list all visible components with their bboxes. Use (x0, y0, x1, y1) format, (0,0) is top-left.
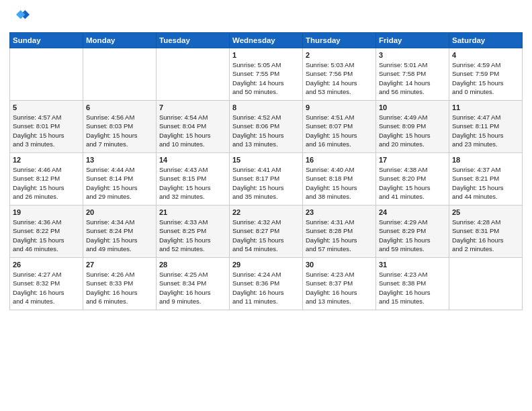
day-info-line: Daylight: 15 hours (13, 183, 80, 192)
calendar-cell: 9Sunrise: 4:51 AMSunset: 8:07 PMDaylight… (303, 101, 376, 153)
calendar-cell: 5Sunrise: 4:57 AMSunset: 8:01 PMDaylight… (10, 101, 83, 153)
day-info-line: Sunrise: 5:05 AM (232, 60, 300, 69)
header-day-monday: Monday (83, 33, 157, 48)
day-info-line: Daylight: 15 hours (379, 236, 446, 244)
header (9, 7, 523, 27)
day-info-line: Daylight: 15 hours (306, 236, 373, 244)
day-info-line: Daylight: 15 hours (232, 183, 300, 192)
day-info-line: Sunrise: 4:34 AM (86, 218, 153, 226)
calendar-header-row: SundayMondayTuesdayWednesdayThursdayFrid… (10, 33, 523, 48)
calendar-cell: 21Sunrise: 4:33 AMSunset: 8:25 PMDayligh… (157, 205, 230, 258)
calendar-cell (10, 48, 83, 101)
day-info-line: Sunset: 7:58 PM (379, 69, 446, 78)
day-info-line: and 20 minutes. (379, 140, 446, 148)
day-info-line: and 4 minutes. (13, 297, 80, 306)
day-info-line: Daylight: 15 hours (379, 183, 446, 192)
calendar-cell: 18Sunrise: 4:37 AMSunset: 8:21 PMDayligh… (449, 153, 523, 205)
day-info-line: Sunset: 8:27 PM (232, 226, 300, 235)
day-info-line: Daylight: 15 hours (379, 131, 446, 140)
day-info-line: Sunrise: 4:49 AM (379, 113, 446, 122)
day-info-line: and 11 minutes. (232, 297, 300, 306)
calendar-cell: 12Sunrise: 4:46 AMSunset: 8:12 PMDayligh… (10, 153, 83, 205)
calendar-cell: 29Sunrise: 4:24 AMSunset: 8:36 PMDayligh… (230, 258, 303, 310)
day-info-line: Sunrise: 4:23 AM (379, 270, 446, 279)
calendar-cell: 25Sunrise: 4:28 AMSunset: 8:31 PMDayligh… (449, 205, 523, 258)
day-info-line: Sunrise: 4:23 AM (306, 270, 373, 279)
day-number: 3 (379, 51, 446, 59)
header-day-tuesday: Tuesday (157, 33, 230, 48)
calendar-cell: 28Sunrise: 4:25 AMSunset: 8:34 PMDayligh… (157, 258, 230, 310)
day-info-line: Sunrise: 4:51 AM (306, 113, 373, 122)
calendar-week-row: 5Sunrise: 4:57 AMSunset: 8:01 PMDaylight… (10, 101, 523, 153)
day-info-line: Sunset: 8:24 PM (86, 226, 153, 235)
day-info-line: Sunrise: 4:40 AM (306, 165, 373, 174)
day-info-line: Sunrise: 4:29 AM (379, 218, 446, 226)
day-number: 8 (232, 103, 300, 111)
logo (9, 7, 32, 27)
generalblue-icon (9, 7, 30, 27)
day-info-line: Sunrise: 4:33 AM (159, 218, 226, 226)
day-info-line: Daylight: 16 hours (306, 288, 373, 297)
day-number: 29 (232, 261, 300, 269)
day-number: 17 (379, 156, 446, 164)
day-info-line: and 56 minutes. (379, 87, 446, 96)
day-info-line: Sunset: 8:33 PM (86, 279, 153, 287)
day-number: 7 (159, 103, 226, 111)
day-number: 4 (452, 51, 519, 59)
day-info-line: Sunset: 8:11 PM (452, 122, 519, 130)
day-info-line: Daylight: 15 hours (13, 236, 80, 244)
day-info-line: Daylight: 15 hours (86, 236, 153, 244)
day-info-line: and 3 minutes. (13, 140, 80, 148)
calendar-cell: 14Sunrise: 4:43 AMSunset: 8:15 PMDayligh… (157, 153, 230, 205)
day-info-line: and 23 minutes. (452, 140, 519, 148)
day-info-line: Daylight: 15 hours (159, 236, 226, 244)
day-info-line: and 50 minutes. (232, 87, 300, 96)
day-info-line: Sunrise: 4:27 AM (13, 270, 80, 279)
day-info-line: Sunset: 8:03 PM (86, 122, 153, 130)
day-info-line: and 29 minutes. (86, 192, 153, 201)
day-info-line: Sunset: 8:17 PM (232, 174, 300, 183)
day-info-line: Daylight: 15 hours (13, 131, 80, 140)
calendar-cell: 24Sunrise: 4:29 AMSunset: 8:29 PMDayligh… (376, 205, 449, 258)
day-info-line: and 10 minutes. (159, 140, 226, 148)
day-info-line: Daylight: 15 hours (452, 79, 519, 87)
day-info-line: Sunrise: 4:24 AM (232, 270, 300, 279)
day-number: 1 (232, 51, 300, 59)
calendar-week-row: 26Sunrise: 4:27 AMSunset: 8:32 PMDayligh… (10, 258, 523, 310)
day-info-line: and 57 minutes. (306, 244, 373, 253)
header-day-sunday: Sunday (10, 33, 83, 48)
day-info-line: Daylight: 14 hours (379, 79, 446, 87)
day-number: 22 (232, 208, 300, 216)
day-number: 9 (306, 103, 373, 111)
day-info-line: and 6 minutes. (86, 297, 153, 306)
day-info-line: Sunset: 8:25 PM (159, 226, 226, 235)
day-info-line: Sunset: 8:29 PM (379, 226, 446, 235)
day-number: 14 (159, 156, 226, 164)
day-info-line: Sunrise: 4:25 AM (159, 270, 226, 279)
day-info-line: and 7 minutes. (86, 140, 153, 148)
calendar-cell: 1Sunrise: 5:05 AMSunset: 7:55 PMDaylight… (230, 48, 303, 101)
day-info-line: and 15 minutes. (379, 297, 446, 306)
day-info-line: Sunrise: 4:56 AM (86, 113, 153, 122)
day-info-line: Daylight: 15 hours (86, 131, 153, 140)
day-number: 12 (13, 156, 80, 164)
day-info-line: and 35 minutes. (232, 192, 300, 201)
calendar-cell: 13Sunrise: 4:44 AMSunset: 8:14 PMDayligh… (83, 153, 157, 205)
calendar-cell: 8Sunrise: 4:52 AMSunset: 8:06 PMDaylight… (230, 101, 303, 153)
day-info-line: Daylight: 16 hours (232, 288, 300, 297)
day-info-line: Daylight: 15 hours (452, 183, 519, 192)
day-info-line: Sunset: 8:37 PM (306, 279, 373, 287)
day-info-line: Sunset: 8:36 PM (232, 279, 300, 287)
day-number: 26 (13, 261, 80, 269)
day-info-line: Sunrise: 4:28 AM (452, 218, 519, 226)
day-info-line: Sunrise: 4:37 AM (452, 165, 519, 174)
header-day-saturday: Saturday (449, 33, 523, 48)
day-info-line: Daylight: 16 hours (452, 236, 519, 244)
day-info-line: Daylight: 15 hours (232, 236, 300, 244)
day-info-line: Sunset: 8:12 PM (13, 174, 80, 183)
day-info-line: Sunset: 7:56 PM (306, 69, 373, 78)
day-info-line: and 32 minutes. (159, 192, 226, 201)
day-number: 5 (13, 103, 80, 111)
day-number: 20 (86, 208, 153, 216)
day-number: 11 (452, 103, 519, 111)
